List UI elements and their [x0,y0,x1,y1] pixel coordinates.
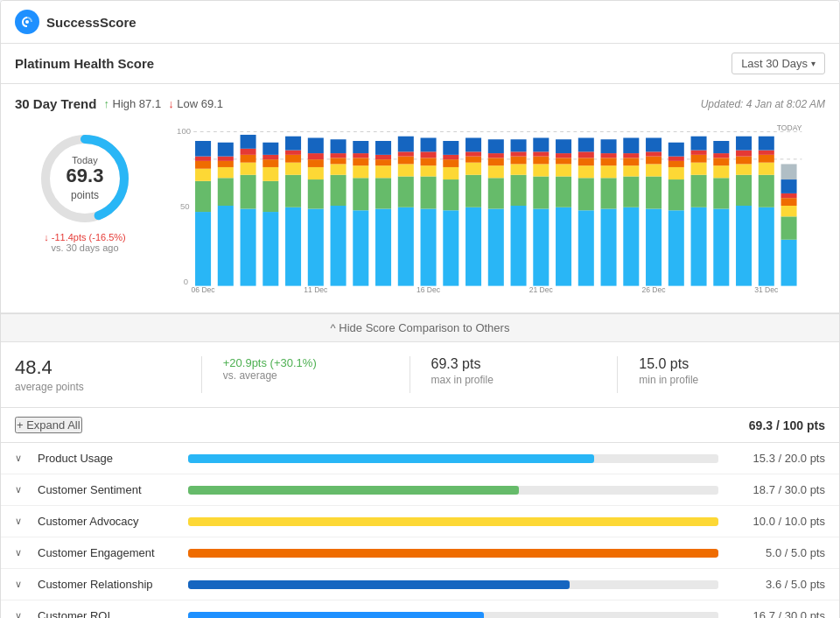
svg-rect-75 [443,210,458,285]
progress-bar-fill [188,454,594,463]
svg-rect-40 [308,179,324,208]
svg-rect-165 [781,240,797,286]
svg-rect-143 [691,163,707,175]
svg-rect-59 [375,165,391,178]
trend-section: 30 Day Trend ↑ High 87.1 ↓ Low 69.1 Upda… [1,84,839,313]
category-chevron-icon[interactable]: ∨ [15,484,27,495]
stat-max-value: 69.3 pts [431,356,618,372]
category-chevron-icon[interactable]: ∨ [15,453,27,464]
bar-chart-svg: 100 50 0 TODAY 06 Dec11 Dec16 Dec21 Dec2… [162,122,825,297]
svg-rect-121 [601,153,617,158]
arrow-up-icon: ↑ [103,97,109,110]
progress-bar-bg [188,486,718,495]
svg-rect-14 [195,141,211,157]
svg-rect-22 [241,175,256,209]
svg-rect-135 [668,210,684,285]
progress-bar-bg [188,517,718,526]
svg-rect-145 [691,151,707,155]
category-chevron-icon[interactable]: ∨ [15,579,27,590]
svg-rect-148 [713,178,729,208]
svg-rect-61 [375,155,391,159]
svg-rect-154 [736,175,752,206]
svg-rect-114 [578,158,594,165]
down-arrow-icon: ↓ [44,232,49,242]
svg-rect-49 [331,153,346,158]
date-range-button[interactable]: Last 30 Days ▾ [732,53,825,74]
comparison-bar[interactable]: ^ Hide Score Comparison to Others [1,313,839,342]
svg-rect-97 [511,151,527,156]
svg-rect-53 [353,165,368,178]
donut-unit: points [71,189,99,201]
expand-all-button[interactable]: + Expand All [15,417,82,433]
svg-rect-25 [241,149,256,155]
progress-bar-bg [188,454,718,463]
svg-rect-19 [218,157,234,161]
svg-text:50: 50 [180,201,190,211]
svg-rect-68 [398,137,414,152]
category-score: 10.0 / 10.0 pts [729,515,825,528]
category-row: ∨ Customer Sentiment 18.7 / 30.0 pts [1,474,839,506]
svg-rect-160 [759,175,774,207]
svg-rect-128 [623,137,639,153]
svg-rect-66 [398,157,414,165]
svg-rect-12 [195,161,211,169]
svg-rect-92 [488,139,504,153]
svg-text:21 Dec: 21 Dec [529,285,554,294]
svg-rect-28 [262,181,278,212]
svg-rect-103 [533,151,549,156]
app-title: SuccessScore [46,15,136,30]
svg-rect-17 [218,167,234,178]
progress-bar-fill [188,549,718,558]
category-score: 3.6 / 5.0 pts [729,578,825,591]
svg-rect-63 [398,207,414,286]
svg-rect-23 [241,163,256,175]
svg-rect-93 [511,206,527,286]
svg-rect-157 [736,151,752,157]
stat-average: 48.4 average points [15,356,201,393]
platinum-score-title: Platinum Health Score [15,56,154,71]
svg-rect-39 [308,209,324,286]
stat-max-label: max in profile [431,374,618,386]
svg-rect-10 [195,181,211,212]
svg-rect-110 [556,139,571,153]
svg-rect-51 [353,210,368,285]
comparison-bar-label: ^ Hide Score Comparison to Others [331,321,510,334]
category-chevron-icon[interactable]: ∨ [15,610,27,618]
svg-rect-122 [601,139,617,153]
svg-rect-142 [691,175,707,207]
svg-rect-9 [195,212,211,286]
svg-rect-111 [578,210,594,285]
svg-rect-38 [285,137,301,151]
svg-rect-159 [759,207,774,286]
svg-text:100: 100 [177,126,191,136]
svg-rect-70 [421,177,437,209]
app-header: SuccessScore [1,1,839,44]
category-chevron-icon[interactable]: ∨ [15,516,27,527]
svg-rect-161 [759,163,774,175]
svg-rect-124 [623,177,639,207]
svg-rect-108 [556,158,571,164]
svg-rect-167 [781,206,797,216]
category-name: Product Usage [38,452,178,465]
svg-rect-115 [578,151,594,158]
category-score: 16.7 / 30.0 pts [729,609,825,618]
svg-rect-13 [195,157,211,161]
stat-min-value: 15.0 pts [639,356,825,372]
svg-rect-32 [262,143,278,155]
svg-rect-109 [556,153,571,158]
donut-container: Today 69.3 points ↓ -11.4pts (-16.5%) vs… [15,122,155,270]
trend-title-area: 30 Day Trend ↑ High 87.1 ↓ Low 69.1 [15,96,223,111]
category-chevron-icon[interactable]: ∨ [15,547,27,558]
svg-rect-54 [353,158,368,165]
svg-rect-95 [511,164,527,174]
svg-rect-118 [601,178,617,208]
svg-rect-71 [421,165,437,176]
svg-rect-134 [646,137,662,151]
svg-rect-130 [646,177,662,209]
svg-rect-15 [218,206,234,286]
svg-rect-69 [421,209,437,286]
svg-rect-158 [736,137,752,151]
svg-rect-138 [668,161,684,167]
svg-rect-132 [646,157,662,165]
trend-low: ↓ Low 69.1 [168,97,223,110]
